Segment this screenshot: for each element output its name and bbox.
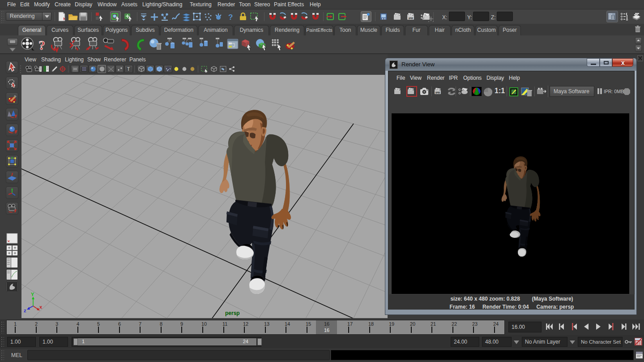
svg-text:Y: Y [31,292,34,297]
svg-text:z: z [24,308,26,313]
svg-text:T: T [127,67,130,72]
svg-text:x: x [39,304,43,310]
svg-text:?: ? [38,38,45,52]
svg-text:IPR: IPR [435,91,440,94]
svg-text:persp: persp [225,310,240,316]
svg-text:IPR: IPR [409,17,414,20]
svg-text:?: ? [228,13,233,21]
